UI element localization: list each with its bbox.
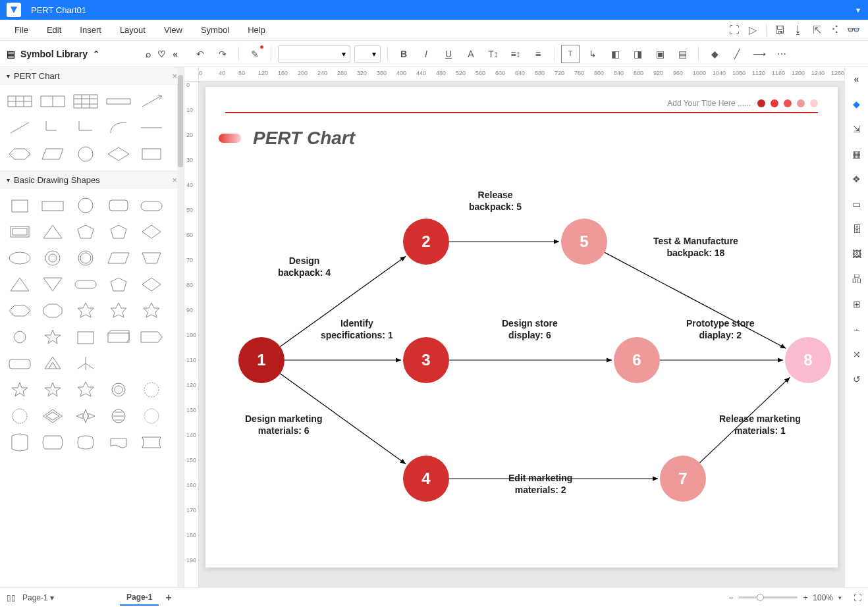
shape-item[interactable]	[4, 404, 36, 429]
chevron-up-icon[interactable]: ⌃	[93, 49, 99, 59]
shape-item[interactable]	[136, 193, 167, 218]
shape-item[interactable]	[37, 430, 68, 455]
line-spacing-button[interactable]: ≡↕	[506, 45, 525, 63]
shape-item[interactable]	[37, 298, 68, 323]
menu-file[interactable]: File	[5, 25, 38, 35]
pert-panel-header[interactable]: ▾ PERT Chart ×	[0, 67, 184, 85]
connector-button[interactable]: ↳	[583, 45, 602, 63]
binoculars-icon[interactable]: 👓	[844, 21, 863, 40]
shape-item[interactable]	[70, 142, 101, 167]
shape-item[interactable]	[4, 325, 36, 350]
pert-node-7[interactable]: 7	[660, 456, 706, 502]
shape-item[interactable]	[103, 89, 134, 114]
edge-label[interactable]: Prototype storediaplay: 2	[686, 317, 754, 341]
pert-node-5[interactable]: 5	[561, 219, 607, 265]
shape-item[interactable]	[136, 430, 167, 455]
edge-label[interactable]: Design storedisplay: 6	[502, 317, 558, 341]
shape-item[interactable]	[70, 325, 101, 350]
shape-item[interactable]	[136, 298, 167, 323]
shape-item[interactable]	[136, 272, 167, 297]
font-color-button[interactable]: A	[462, 45, 480, 63]
download-icon[interactable]: ⭳	[789, 21, 807, 40]
shape-item[interactable]	[70, 246, 101, 271]
edge-label[interactable]: Identifyspecifications: 1	[321, 317, 393, 341]
shape-item[interactable]	[136, 325, 167, 350]
pert-node-1[interactable]: 1	[238, 337, 285, 383]
menu-edit[interactable]: Edit	[38, 25, 70, 35]
shuffle-icon[interactable]: ⤨	[849, 346, 865, 362]
pert-node-6[interactable]: 6	[614, 337, 660, 383]
pages-icon[interactable]: ▯▯	[7, 593, 16, 602]
shape-item[interactable]	[103, 272, 134, 297]
line-button[interactable]: ╱	[728, 45, 746, 63]
shape-item[interactable]	[37, 193, 68, 218]
undo-button[interactable]: ↶	[191, 45, 209, 63]
shape-item[interactable]	[70, 272, 101, 297]
history-icon[interactable]: ↺	[849, 371, 865, 387]
add-page-button[interactable]: +	[165, 592, 171, 604]
shape-item[interactable]	[4, 351, 36, 376]
bold-button[interactable]: B	[394, 45, 413, 63]
shape-item[interactable]	[37, 351, 68, 376]
zoom-in-button[interactable]: +	[803, 593, 807, 602]
edge-label[interactable]: Edit marketingmaterials: 2	[508, 472, 572, 496]
title-placeholder[interactable]: Add Your Title Here ......	[667, 99, 751, 108]
canvas-page[interactable]: Add Your Title Here ...... PERT Chart 12…	[205, 87, 838, 567]
shape-item[interactable]	[4, 430, 36, 455]
shape-item[interactable]	[4, 272, 36, 297]
organize-icon[interactable]: 品	[849, 271, 865, 287]
shape-item[interactable]	[70, 298, 101, 323]
format-painter-button[interactable]: ✎	[246, 45, 264, 63]
shape-item[interactable]	[70, 115, 101, 140]
shape-item[interactable]	[4, 193, 36, 218]
export-icon[interactable]: ⇱	[807, 21, 826, 40]
shape-item[interactable]	[37, 115, 68, 140]
collapse-left-icon[interactable]: «	[173, 49, 178, 59]
connector-style-button[interactable]: ⟶	[750, 45, 769, 63]
shape-item[interactable]	[70, 430, 101, 455]
shape-item[interactable]	[103, 325, 134, 350]
heart-icon[interactable]: ♡	[157, 49, 166, 59]
capture-icon[interactable]: ⛶	[725, 21, 744, 40]
panel-scrollbar[interactable]	[177, 67, 184, 587]
pert-node-4[interactable]: 4	[403, 456, 449, 502]
text-box-button[interactable]: T	[561, 45, 580, 63]
canvas-viewport[interactable]: Add Your Title Here ...... PERT Chart 12…	[199, 82, 844, 587]
shape-item[interactable]	[37, 142, 68, 167]
shape-item[interactable]	[4, 219, 36, 244]
shape-item[interactable]	[103, 377, 134, 402]
grid-icon[interactable]: ▦	[849, 146, 865, 162]
shape-item[interactable]	[103, 246, 134, 271]
shape-item[interactable]	[136, 377, 167, 402]
shape-item[interactable]	[4, 246, 36, 271]
fullscreen-icon[interactable]: ⛶	[854, 593, 861, 602]
shape-item[interactable]	[70, 219, 101, 244]
pert-node-2[interactable]: 2	[403, 219, 449, 265]
shape-item[interactable]	[4, 298, 36, 323]
save-icon[interactable]: 🖫	[771, 21, 789, 40]
group-button[interactable]: ▣	[651, 45, 669, 63]
shape-item[interactable]	[4, 377, 36, 402]
menu-insert[interactable]: Insert	[70, 25, 111, 35]
shape-item[interactable]	[136, 89, 167, 114]
shape-item[interactable]	[103, 219, 134, 244]
shape-item[interactable]	[37, 246, 68, 271]
shape-item[interactable]	[37, 404, 68, 429]
shape-item[interactable]	[136, 142, 167, 167]
zoom-level[interactable]: 100%	[813, 593, 833, 602]
edge-label[interactable]: Design marketingmaterials: 6	[245, 413, 322, 436]
shape-item[interactable]	[70, 89, 101, 114]
shape-item[interactable]	[103, 404, 134, 429]
align-panel-icon[interactable]: ⫠	[849, 321, 865, 337]
shape-item[interactable]	[37, 89, 68, 114]
zoom-out-button[interactable]: −	[728, 593, 733, 602]
menu-view[interactable]: View	[155, 25, 192, 35]
shape-item[interactable]	[103, 430, 134, 455]
shape-item[interactable]	[103, 351, 134, 376]
pert-node-8[interactable]: 8	[785, 337, 831, 383]
database-icon[interactable]: 🗄	[849, 221, 865, 237]
layers-icon[interactable]: ❖	[849, 171, 865, 187]
slide-icon[interactable]: ▭	[849, 196, 865, 212]
font-family-select[interactable]: ▾	[278, 45, 350, 63]
edge-label[interactable]: Test & Manufacturebackpack: 18	[653, 235, 738, 259]
